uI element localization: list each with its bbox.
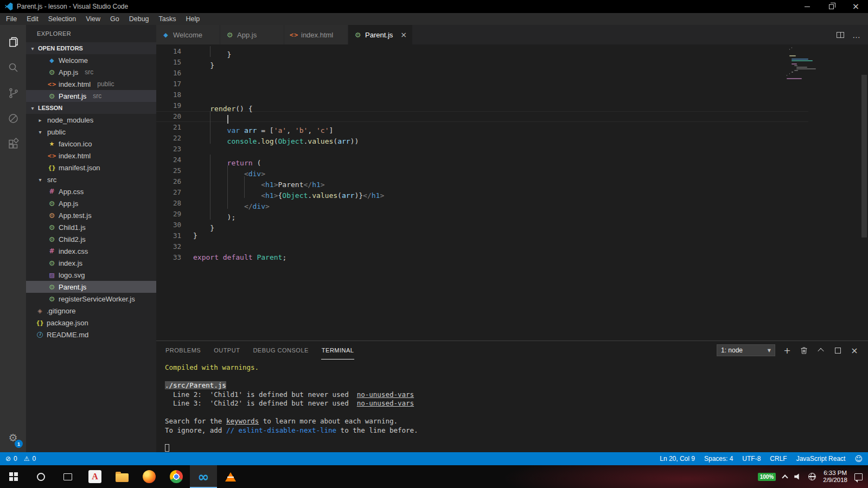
code-line-33[interactable]: 33export default Parent;: [156, 252, 808, 263]
panel-tab-problems[interactable]: PROBLEMS: [165, 341, 201, 359]
taskbar-clock[interactable]: 6:33 PM 2/9/2018: [823, 470, 847, 484]
action-center-icon[interactable]: [854, 473, 863, 480]
extensions-icon[interactable]: [0, 131, 26, 157]
terminal-select[interactable]: 1: node ▼: [717, 344, 775, 356]
menu-edit[interactable]: Edit: [22, 13, 43, 25]
explorer-icon[interactable]: [0, 29, 26, 55]
app-explorer-button[interactable]: [108, 465, 136, 488]
tree-item-index.html[interactable]: <>index.html: [26, 150, 156, 162]
maximize-panel-button[interactable]: [816, 345, 826, 355]
more-actions-icon[interactable]: …: [852, 30, 860, 40]
battery-status[interactable]: 100%: [758, 473, 776, 481]
status-item-0[interactable]: Ln 20, Col 9: [660, 455, 695, 463]
open-editor-Parent.js[interactable]: ⚙Parent.jssrc: [26, 90, 156, 102]
network-icon[interactable]: [808, 473, 816, 480]
problems-status[interactable]: ⊘ 0 ⚠ 0: [5, 455, 36, 463]
code-line-31[interactable]: 31}: [156, 230, 808, 241]
status-item-1[interactable]: Spaces: 4: [704, 455, 733, 463]
menu-debug[interactable]: Debug: [124, 13, 154, 25]
tree-item-App.test.js[interactable]: ⚙App.test.js: [26, 209, 156, 221]
tray-chevron-up-icon[interactable]: [782, 474, 788, 480]
tab-Parent.js[interactable]: ⚙Parent.js×: [348, 25, 413, 44]
close-icon[interactable]: ×: [396, 30, 407, 39]
tab-index.html[interactable]: <>index.html: [284, 25, 348, 44]
code-editor[interactable]: 14}15}16171819render() {2021var arr = ['…: [156, 44, 868, 341]
debug-icon[interactable]: [0, 106, 26, 131]
move-panel-button[interactable]: [833, 345, 843, 355]
panel-tab-terminal[interactable]: TERMINAL: [321, 341, 355, 359]
menu-help[interactable]: Help: [181, 13, 205, 25]
code-line-28[interactable]: 28</div>: [156, 198, 808, 209]
terminal-link[interactable]: keywords: [226, 417, 259, 425]
minimize-button[interactable]: [795, 0, 819, 13]
tree-item-logo.svg[interactable]: ▨logo.svg: [26, 269, 156, 281]
code-line-20[interactable]: 20: [156, 111, 808, 122]
tab-Welcome[interactable]: ◆Welcome: [156, 25, 220, 44]
tree-item-index.js[interactable]: ⚙index.js: [26, 257, 156, 269]
code-line-32[interactable]: 32: [156, 241, 808, 252]
code-line-18[interactable]: 18: [156, 89, 808, 100]
terminal-link[interactable]: no-unused-vars: [357, 390, 414, 399]
feedback-smiley-icon[interactable]: ☺: [854, 454, 863, 463]
code-line-23[interactable]: 23: [156, 144, 808, 155]
tree-item-.gitignore[interactable]: ◈.gitignore: [26, 305, 156, 317]
code-line-27[interactable]: 27<h1>{Object.values(arr)}</h1>: [156, 187, 808, 198]
code-line-24[interactable]: 24return (: [156, 155, 808, 165]
app-acrobat-button[interactable]: A: [81, 465, 108, 488]
status-item-3[interactable]: CRLF: [770, 455, 787, 463]
terminal-link[interactable]: no-unused-vars: [357, 399, 414, 407]
code-line-25[interactable]: 25<div>: [156, 165, 808, 176]
app-vlc-button[interactable]: [217, 465, 244, 488]
panel-tab-debug-console[interactable]: DEBUG CONSOLE: [252, 341, 309, 359]
code-line-29[interactable]: 29);: [156, 209, 808, 220]
tree-item-favicon.ico[interactable]: ★favicon.ico: [26, 138, 156, 150]
minimap[interactable]: [787, 47, 818, 80]
close-window-button[interactable]: ×: [844, 0, 868, 13]
settings-gear-icon[interactable]: ⚙1: [0, 428, 26, 447]
app-firefox-button[interactable]: [136, 465, 163, 488]
close-panel-button[interactable]: ×: [850, 345, 859, 355]
editor-scrollbar[interactable]: [861, 75, 867, 237]
volume-icon[interactable]: [794, 473, 801, 480]
code-line-19[interactable]: 19render() {: [156, 100, 808, 111]
task-view-button[interactable]: [54, 465, 81, 488]
tree-item-README.md[interactable]: iREADME.md: [26, 329, 156, 341]
open-editor-App.js[interactable]: ⚙App.jssrc: [26, 66, 156, 78]
code-line-15[interactable]: 15}: [156, 57, 808, 68]
tree-item-manifest.json[interactable]: {}manifest.json: [26, 162, 156, 174]
new-terminal-button[interactable]: +: [782, 345, 792, 355]
menu-file[interactable]: File: [1, 13, 22, 25]
code-line-26[interactable]: 26<h1>Par­ent</h1>: [156, 176, 808, 187]
search-icon[interactable]: [0, 55, 26, 80]
tree-item-Child1.js[interactable]: ⚙Child1.js: [26, 221, 156, 233]
code-line-17[interactable]: 17: [156, 79, 808, 89]
tree-item-App.js[interactable]: ⚙App.js: [26, 197, 156, 209]
folder-section-header[interactable]: ▾ LESSON: [26, 102, 156, 114]
split-editor-icon[interactable]: [837, 32, 844, 38]
menu-tasks[interactable]: Tasks: [154, 13, 181, 25]
status-item-2[interactable]: UTF-8: [742, 455, 761, 463]
app-vscode-button[interactable]: ∞: [190, 465, 217, 488]
tree-item-index.css[interactable]: #index.css: [26, 245, 156, 257]
code-line-16[interactable]: 16: [156, 68, 808, 79]
open-editors-header[interactable]: ▾ OPEN EDITORS: [26, 42, 156, 54]
tree-item-public[interactable]: ▾public: [26, 126, 156, 138]
tab-App.js[interactable]: ⚙App.js: [220, 25, 284, 44]
open-editor-Welcome[interactable]: ◆Welcome: [26, 54, 156, 66]
tree-item-Child2.js[interactable]: ⚙Child2.js: [26, 233, 156, 245]
terminal-output[interactable]: Compiled with warnings. ./src/Parent.js …: [156, 359, 868, 452]
menu-view[interactable]: View: [81, 13, 105, 25]
tree-item-registerServiceWorker.js[interactable]: ⚙registerServiceWorker.js: [26, 293, 156, 305]
open-editor-index.html[interactable]: <>index.htmlpublic: [26, 78, 156, 90]
code-line-14[interactable]: 14}: [156, 46, 808, 57]
source-control-icon[interactable]: [0, 80, 26, 106]
app-chrome-button[interactable]: [163, 465, 190, 488]
menu-go[interactable]: Go: [105, 13, 124, 25]
tree-item-App.css[interactable]: #App.css: [26, 185, 156, 197]
tree-item-node_modules[interactable]: ▸node_modules: [26, 114, 156, 126]
restore-button[interactable]: [819, 0, 844, 13]
start-button[interactable]: [0, 465, 27, 488]
cortana-button[interactable]: [27, 465, 54, 488]
tree-item-src[interactable]: ▾src: [26, 174, 156, 185]
panel-tab-output[interactable]: OUTPUT: [213, 341, 240, 359]
